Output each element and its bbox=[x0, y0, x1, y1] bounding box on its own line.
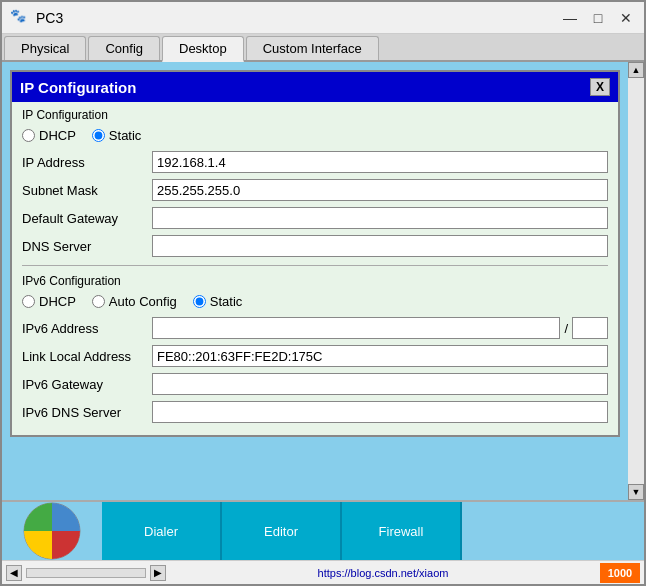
title-bar-left: 🐾 PC3 bbox=[10, 8, 63, 28]
dhcp-label: DHCP bbox=[39, 128, 76, 143]
dns-server-label: DNS Server bbox=[22, 239, 152, 254]
ipv6-gateway-label: IPv6 Gateway bbox=[22, 377, 152, 392]
status-counter: 1000 bbox=[600, 563, 640, 583]
ip-config-card: IP Configuration X IP Configuration DHCP bbox=[10, 70, 620, 437]
maximize-button[interactable]: □ bbox=[588, 8, 608, 28]
bottom-bar: Dialer Editor Firewall bbox=[2, 500, 644, 560]
ipv6-address-label: IPv6 Address bbox=[22, 321, 152, 336]
bottom-icon-area bbox=[2, 501, 102, 560]
ipv6-dns-input[interactable] bbox=[152, 401, 608, 423]
default-gateway-row: Default Gateway bbox=[22, 207, 608, 229]
ipv6-address-row: IPv6 Address / bbox=[22, 317, 608, 339]
static-radio[interactable] bbox=[92, 129, 105, 142]
ipv6-slash: / bbox=[562, 321, 570, 336]
default-gateway-input[interactable] bbox=[152, 207, 608, 229]
ip-config-header: IP Configuration X bbox=[12, 72, 618, 102]
static-label: Static bbox=[109, 128, 142, 143]
dhcp-radio[interactable] bbox=[22, 129, 35, 142]
scroll-right-button[interactable]: ▶ bbox=[150, 565, 166, 581]
ip-address-label: IP Address bbox=[22, 155, 152, 170]
ipv6-address-group: / bbox=[152, 317, 608, 339]
default-gateway-label: Default Gateway bbox=[22, 211, 152, 226]
ipv6-mode-row: DHCP Auto Config Static bbox=[22, 294, 608, 309]
ipv6-auto-label: Auto Config bbox=[109, 294, 177, 309]
ip-config-title: IP Configuration bbox=[20, 79, 136, 96]
subnet-mask-label: Subnet Mask bbox=[22, 183, 152, 198]
status-url: https://blog.csdn.net/xiaom bbox=[318, 567, 449, 579]
ipv6-dhcp-radio-label[interactable]: DHCP bbox=[22, 294, 76, 309]
ipv6-auto-radio-label[interactable]: Auto Config bbox=[92, 294, 177, 309]
dialer-link[interactable]: Dialer bbox=[102, 501, 222, 560]
status-bar-left: ◀ ▶ bbox=[6, 565, 166, 581]
tab-physical[interactable]: Physical bbox=[4, 36, 86, 60]
ip-address-input[interactable] bbox=[152, 151, 608, 173]
scroll-track bbox=[628, 78, 644, 484]
dns-server-row: DNS Server bbox=[22, 235, 608, 257]
dns-server-input[interactable] bbox=[152, 235, 608, 257]
ipv6-static-radio[interactable] bbox=[193, 295, 206, 308]
tab-custom-interface[interactable]: Custom Interface bbox=[246, 36, 379, 60]
right-scrollbar: ▲ ▼ bbox=[628, 62, 644, 500]
ip-address-row: IP Address bbox=[22, 151, 608, 173]
scroll-up-button[interactable]: ▲ bbox=[628, 62, 644, 78]
link-local-label: Link Local Address bbox=[22, 349, 152, 364]
section-divider bbox=[22, 265, 608, 266]
subnet-mask-row: Subnet Mask bbox=[22, 179, 608, 201]
scroll-indicator bbox=[26, 568, 146, 578]
bottom-links: Dialer Editor Firewall bbox=[102, 501, 644, 560]
app-icon: 🐾 bbox=[10, 8, 30, 28]
ipv6-dns-label: IPv6 DNS Server bbox=[22, 405, 152, 420]
ipv6-dhcp-radio[interactable] bbox=[22, 295, 35, 308]
link-local-input[interactable] bbox=[152, 345, 608, 367]
link-local-row: Link Local Address bbox=[22, 345, 608, 367]
main-panel: IP Configuration X IP Configuration DHCP bbox=[2, 62, 628, 500]
scroll-down-button[interactable]: ▼ bbox=[628, 484, 644, 500]
editor-link[interactable]: Editor bbox=[222, 501, 342, 560]
ip-config-close-button[interactable]: X bbox=[590, 78, 610, 96]
ipv6-static-radio-label[interactable]: Static bbox=[193, 294, 243, 309]
main-window: 🐾 PC3 — □ ✕ Physical Config Desktop Cust… bbox=[0, 0, 646, 586]
ipv6-prefix-length-input[interactable] bbox=[572, 317, 608, 339]
ipv6-section-title: IPv6 Configuration bbox=[22, 274, 608, 288]
ipv6-gateway-row: IPv6 Gateway bbox=[22, 373, 608, 395]
ipv6-dns-row: IPv6 DNS Server bbox=[22, 401, 608, 423]
title-bar-controls: — □ ✕ bbox=[560, 8, 636, 28]
subnet-mask-input[interactable] bbox=[152, 179, 608, 201]
ipv6-static-label: Static bbox=[210, 294, 243, 309]
window-title: PC3 bbox=[36, 10, 63, 26]
ipv6-gateway-input[interactable] bbox=[152, 373, 608, 395]
ipv6-dhcp-label: DHCP bbox=[39, 294, 76, 309]
ipv6-auto-radio[interactable] bbox=[92, 295, 105, 308]
title-bar: 🐾 PC3 — □ ✕ bbox=[2, 2, 644, 34]
static-radio-label[interactable]: Static bbox=[92, 128, 142, 143]
ip-config-body: IP Configuration DHCP Static IP Address bbox=[12, 102, 618, 435]
firewall-link[interactable]: Firewall bbox=[342, 501, 462, 560]
minimize-button[interactable]: — bbox=[560, 8, 580, 28]
ipv4-mode-row: DHCP Static bbox=[22, 128, 608, 143]
tab-desktop[interactable]: Desktop bbox=[162, 36, 244, 62]
pie-chart-icon bbox=[22, 501, 82, 560]
dhcp-radio-label[interactable]: DHCP bbox=[22, 128, 76, 143]
close-button[interactable]: ✕ bbox=[616, 8, 636, 28]
ipv4-section-title: IP Configuration bbox=[22, 108, 608, 122]
tab-bar: Physical Config Desktop Custom Interface bbox=[2, 34, 644, 62]
status-bar: ◀ ▶ https://blog.csdn.net/xiaom 1000 bbox=[2, 560, 644, 584]
tab-config[interactable]: Config bbox=[88, 36, 160, 60]
scroll-left-button[interactable]: ◀ bbox=[6, 565, 22, 581]
ipv6-address-input[interactable] bbox=[152, 317, 560, 339]
content-area: IP Configuration X IP Configuration DHCP bbox=[2, 62, 644, 500]
